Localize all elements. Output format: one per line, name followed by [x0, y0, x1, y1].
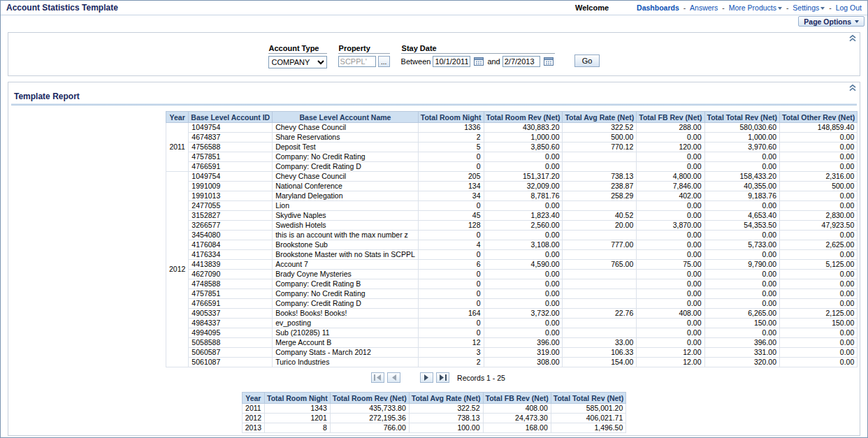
column-header: Total Total Rev (Net): [551, 393, 626, 404]
cell: Chevy Chase Council: [273, 172, 419, 182]
cell: 150.00: [704, 319, 780, 328]
collapse-report-section-button[interactable]: [847, 84, 858, 94]
stay-date-to-input[interactable]: [502, 56, 540, 67]
year-group-cell: 2012: [166, 172, 189, 367]
cell: 0.00: [484, 201, 563, 211]
cell: 1991009: [189, 182, 273, 191]
column-header: Total Avg Rate (Net): [409, 393, 483, 404]
page-options-button[interactable]: Page Options: [798, 16, 865, 27]
cell: 0.00: [780, 250, 858, 260]
column-header: Base Level Account ID: [189, 112, 273, 123]
cell: 4674837: [189, 133, 273, 143]
cell: 5,733.00: [704, 240, 780, 250]
cell: 1991013: [189, 191, 273, 201]
table-row: 4905337Books! Books! Books!1643,732.0022…: [166, 309, 858, 319]
cell: 4,590.00: [484, 260, 563, 270]
cell: Company: Credit Rating B: [273, 279, 419, 289]
calendar-to-button[interactable]: [542, 56, 555, 67]
stay-date-prompt: Stay Date Between and: [401, 44, 555, 67]
cell: 580,030.60: [704, 123, 780, 133]
cell: 0: [418, 270, 484, 279]
cell: 100.00: [409, 423, 483, 433]
cell: 0.00: [780, 348, 858, 358]
cell: 0.00: [780, 162, 858, 172]
column-header: Total Other Rev (Net): [780, 112, 858, 123]
cell: National Conference: [273, 182, 419, 191]
nav-link-log-out[interactable]: Log Out: [836, 3, 862, 12]
cell: [563, 162, 637, 172]
nav-link-more-products[interactable]: More Products: [729, 3, 782, 12]
nav-link-settings[interactable]: Settings: [793, 3, 825, 12]
cell: 0.00: [704, 201, 780, 211]
column-header: Total Avg Rate (Net): [563, 112, 637, 123]
property-input[interactable]: [338, 56, 376, 67]
nav-link-answers[interactable]: Answers: [690, 3, 718, 12]
cell: 4,653.40: [704, 211, 780, 221]
cell: 2,625.00: [780, 240, 858, 250]
property-label: Property: [338, 44, 390, 54]
cell: 406,021.71: [551, 414, 626, 423]
go-button[interactable]: Go: [574, 54, 600, 67]
cell: 106.33: [563, 348, 637, 358]
table-row: 20138766.00100.00168.001,496.50: [242, 423, 626, 433]
cell: 0.00: [780, 299, 858, 309]
cell: Maryland Delegation: [273, 191, 419, 201]
cell: 0.00: [484, 328, 563, 338]
cell: 3266577: [189, 221, 273, 231]
cell: 0.00: [637, 319, 704, 328]
cell: 2013: [242, 423, 264, 433]
cell: 0.00: [484, 231, 563, 240]
table-row: 4984337ev_posting00.000.00150.00150.00: [166, 319, 858, 328]
cell: 1,496.50: [551, 423, 626, 433]
stay-date-from-input[interactable]: [433, 56, 470, 67]
property-browse-button[interactable]: ...: [378, 56, 390, 67]
column-header: Year: [242, 393, 264, 404]
nav-link-dashboards[interactable]: Dashboards: [637, 3, 679, 12]
table-row: 3152827Skydive Naples451,823.4040.520.00…: [166, 211, 858, 221]
cell: 0.00: [484, 319, 563, 328]
account-type-select[interactable]: COMPANY: [268, 56, 327, 68]
previous-page-button[interactable]: [387, 372, 400, 383]
top-header: Account Statistics Template Welcome Dash…: [1, 1, 867, 15]
cell: 500.00: [780, 182, 858, 191]
column-header: Year: [166, 112, 189, 123]
cell: 0: [418, 289, 484, 299]
table-row: 4627090Brady Coyne Mysteries00.000.000.0…: [166, 270, 858, 279]
cell: 766.00: [330, 423, 409, 433]
cell: Brady Coyne Mysteries: [273, 270, 419, 279]
cell: 4: [418, 240, 484, 250]
cell: 770.12: [563, 143, 637, 152]
cell: ev_posting: [273, 319, 419, 328]
records-label: Records 1 - 25: [457, 374, 505, 382]
cell: 3454080: [189, 231, 273, 240]
cell: 435,733.80: [330, 404, 409, 414]
cell: 22.76: [563, 309, 637, 319]
cell: 33.00: [563, 338, 637, 348]
table-row: 1991013Maryland Delegation348,781.76258.…: [166, 191, 858, 201]
cell: 0.00: [780, 133, 858, 143]
last-page-button[interactable]: [436, 372, 449, 383]
cell: 8,781.76: [484, 191, 563, 201]
cell: 0.00: [637, 231, 704, 240]
cell: 320.00: [704, 358, 780, 367]
first-page-button[interactable]: [371, 372, 384, 383]
calendar-from-button[interactable]: [472, 56, 485, 67]
cell: Merge Account B: [273, 338, 419, 348]
cell: 151,317.20: [484, 172, 563, 182]
cell: 0.00: [780, 270, 858, 279]
cell: 0.00: [704, 279, 780, 289]
column-header: Total FB Rev (Net): [637, 112, 704, 123]
cell: 6: [418, 260, 484, 270]
next-page-button[interactable]: [420, 372, 433, 383]
cell: [563, 299, 637, 309]
cell: 1343: [265, 404, 331, 414]
first-page-icon: [374, 372, 382, 383]
cell: 3,970.60: [704, 143, 780, 152]
cell: 0.00: [484, 162, 563, 172]
table-row: 4674837Share Reservations21,000.00500.00…: [166, 133, 858, 143]
report-section: Template Report YearBase Level Account I…: [8, 82, 860, 436]
collapse-filter-panel-button[interactable]: [847, 34, 858, 44]
cell: 1,000.00: [704, 133, 780, 143]
table-row: 4766591Company: Credit Rating D00.000.00…: [166, 299, 858, 309]
cell: 158,433.20: [704, 172, 780, 182]
